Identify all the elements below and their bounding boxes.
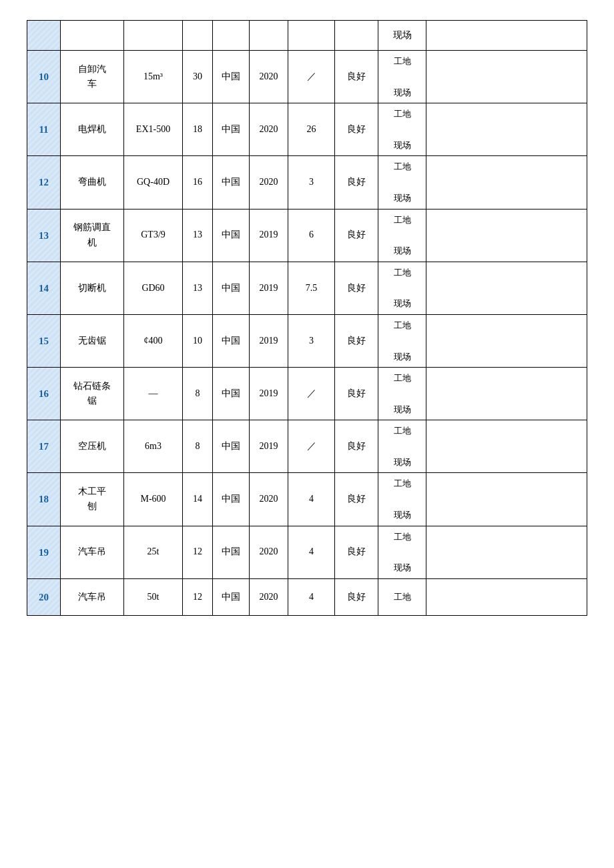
table-row: 17 空压机 6m3 8 中国 2019 ／ 良好 工地现场 <box>27 420 587 473</box>
row-num: 16 <box>27 368 61 420</box>
row-status: 良好 <box>335 51 378 103</box>
row-origin: 中国 <box>213 262 250 314</box>
row-count: 13 <box>183 262 213 314</box>
row-model: — <box>124 368 183 420</box>
row-location: 工地现场 <box>378 368 426 420</box>
row-status: 良好 <box>335 368 378 420</box>
row-name: 钻石链条锯 <box>61 368 124 420</box>
table-row: 20 汽车吊 50t 12 中国 2020 4 良好 工地 <box>27 578 587 615</box>
equipment-table: 现场 10 自卸汽车 15m³ 30 中国 2020 ／ 良好 工地现场 11 … <box>27 20 587 616</box>
row-name: 自卸汽车 <box>61 51 124 103</box>
row-model: GQ-40D <box>124 156 183 209</box>
row-name <box>61 21 124 51</box>
row-origin: 中国 <box>213 209 250 262</box>
row-status: 良好 <box>335 526 378 578</box>
row-num: 14 <box>27 262 61 314</box>
row-note <box>426 420 587 473</box>
row-year: 2019 <box>250 314 288 367</box>
row-location: 工地现场 <box>378 156 426 209</box>
row-power: 4 <box>288 526 335 578</box>
row-location: 工地现场 <box>378 314 426 367</box>
row-year: 2019 <box>250 368 288 420</box>
table-row: 10 自卸汽车 15m³ 30 中国 2020 ／ 良好 工地现场 <box>27 51 587 103</box>
row-origin: 中国 <box>213 473 250 526</box>
row-location: 工地现场 <box>378 420 426 473</box>
table-row: 11 电焊机 EX1-500 18 中国 2020 26 良好 工地现场 <box>27 103 587 156</box>
table-row: 13 钢筋调直机 GT3/9 13 中国 2019 6 良好 工地现场 <box>27 209 587 262</box>
row-num: 12 <box>27 156 61 209</box>
row-note <box>426 156 587 209</box>
row-power: ／ <box>288 420 335 473</box>
row-model: 15m³ <box>124 51 183 103</box>
row-note <box>426 51 587 103</box>
row-power: ／ <box>288 51 335 103</box>
row-num: 17 <box>27 420 61 473</box>
row-count: 12 <box>183 526 213 578</box>
row-model: EX1-500 <box>124 103 183 156</box>
row-num: 15 <box>27 314 61 367</box>
row-count: 18 <box>183 103 213 156</box>
row-count: 30 <box>183 51 213 103</box>
table-row: 14 切断机 GD60 13 中国 2019 7.5 良好 工地现场 <box>27 262 587 314</box>
row-model: 6m3 <box>124 420 183 473</box>
row-name: 汽车吊 <box>61 578 124 615</box>
row-year: 2019 <box>250 262 288 314</box>
row-year <box>250 21 288 51</box>
row-power: ／ <box>288 368 335 420</box>
row-name: 切断机 <box>61 262 124 314</box>
table-row: 12 弯曲机 GQ-40D 16 中国 2020 3 良好 工地现场 <box>27 156 587 209</box>
row-origin: 中国 <box>213 526 250 578</box>
row-power: 3 <box>288 314 335 367</box>
row-power: 4 <box>288 473 335 526</box>
row-model: ¢400 <box>124 314 183 367</box>
row-name: 无齿锯 <box>61 314 124 367</box>
main-table-container: 现场 10 自卸汽车 15m³ 30 中国 2020 ／ 良好 工地现场 11 … <box>27 20 587 616</box>
row-power: 26 <box>288 103 335 156</box>
row-note <box>426 473 587 526</box>
row-year: 2020 <box>250 51 288 103</box>
row-location: 工地 <box>378 578 426 615</box>
row-note <box>426 209 587 262</box>
row-power: 4 <box>288 578 335 615</box>
row-location: 现场 <box>378 21 426 51</box>
row-num: 10 <box>27 51 61 103</box>
row-power: 3 <box>288 156 335 209</box>
row-note <box>426 526 587 578</box>
row-status: 良好 <box>335 314 378 367</box>
row-count: 8 <box>183 368 213 420</box>
row-origin: 中国 <box>213 420 250 473</box>
row-count <box>183 21 213 51</box>
row-name: 电焊机 <box>61 103 124 156</box>
row-num: 13 <box>27 209 61 262</box>
row-location: 工地现场 <box>378 209 426 262</box>
row-model: 25t <box>124 526 183 578</box>
row-count: 8 <box>183 420 213 473</box>
row-origin: 中国 <box>213 578 250 615</box>
row-note <box>426 368 587 420</box>
row-num: 11 <box>27 103 61 156</box>
row-year: 2020 <box>250 473 288 526</box>
row-status: 良好 <box>335 420 378 473</box>
row-power: 6 <box>288 209 335 262</box>
row-status: 良好 <box>335 473 378 526</box>
row-name: 木工平刨 <box>61 473 124 526</box>
row-note <box>426 103 587 156</box>
row-name: 弯曲机 <box>61 156 124 209</box>
row-count: 12 <box>183 578 213 615</box>
row-name: 钢筋调直机 <box>61 209 124 262</box>
row-note <box>426 314 587 367</box>
row-origin <box>213 21 250 51</box>
row-location: 工地现场 <box>378 473 426 526</box>
table-row: 19 汽车吊 25t 12 中国 2020 4 良好 工地现场 <box>27 526 587 578</box>
row-note <box>426 21 587 51</box>
row-note <box>426 262 587 314</box>
row-name: 空压机 <box>61 420 124 473</box>
row-status: 良好 <box>335 209 378 262</box>
row-model: M-600 <box>124 473 183 526</box>
row-year: 2020 <box>250 526 288 578</box>
row-num <box>27 21 61 51</box>
row-num: 18 <box>27 473 61 526</box>
row-power: 7.5 <box>288 262 335 314</box>
row-origin: 中国 <box>213 156 250 209</box>
row-count: 13 <box>183 209 213 262</box>
